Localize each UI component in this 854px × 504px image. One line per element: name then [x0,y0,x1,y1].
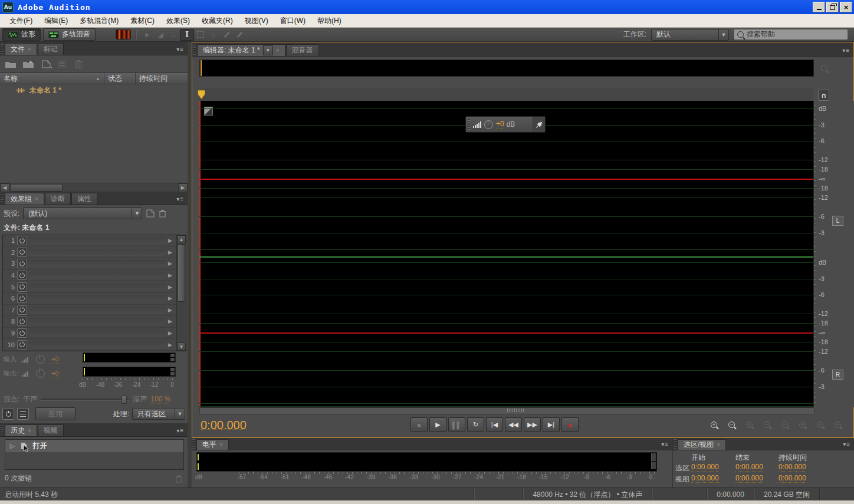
panel-grip[interactable] [674,439,676,449]
close-button[interactable]: × [840,2,852,12]
time-selection-tool-button[interactable]: I [180,29,194,41]
selection-value[interactable]: 0:00.000 [779,463,806,472]
effects-rack-slot[interactable]: 10▶ [3,339,176,351]
hud-drag-handle[interactable] [468,119,470,130]
scrollbar-thumb[interactable] [507,409,524,412]
column-header-status[interactable]: 状态 [104,73,136,84]
zoom-out-time-button[interactable]: − [760,419,774,430]
insert-into-multitrack-icon[interactable] [58,60,68,68]
selection-value[interactable]: 0:00.000 [779,475,806,483]
play-button[interactable]: ▶ [429,417,446,432]
menu-item-1[interactable]: 编辑(E) [38,14,74,28]
effects-rack-slot[interactable]: 1▶ [3,235,176,247]
scrollbar-thumb[interactable] [178,244,185,302]
effect-slot[interactable] [29,330,166,337]
panel-grip[interactable] [1,426,4,435]
open-file-icon[interactable] [5,60,17,68]
effect-menu-arrow[interactable]: ▶ [168,342,175,348]
selection-value[interactable]: 0:00.000 [735,463,763,472]
effect-menu-arrow[interactable]: ▶ [168,307,175,313]
scroll-left-icon[interactable]: ◀ [0,183,9,192]
effect-slot[interactable] [29,237,166,244]
effect-slot[interactable] [29,341,166,348]
timeline-ruler[interactable] [199,88,813,101]
effect-slot[interactable] [29,260,166,267]
effect-power-button[interactable] [17,317,27,326]
effect-slot[interactable] [29,307,166,314]
time-display[interactable]: 0:00.000 [201,421,247,430]
lasso-tool-button[interactable]: ○ [207,29,220,40]
panel-menu-icon[interactable]: ▾≡ [176,427,184,434]
effects-rack-slot[interactable]: 8▶ [3,316,176,328]
process-dropdown[interactable]: 只有选区 ▼ [132,408,185,420]
effect-menu-arrow[interactable]: ▶ [168,249,175,255]
zoom-in-amplitude-button[interactable]: + [707,419,721,430]
panel-menu-icon[interactable]: ▾≡ [176,46,184,52]
effect-power-button[interactable] [17,282,27,292]
wet-percent-value[interactable]: 100 % [150,396,170,404]
import-file-icon[interactable] [22,60,35,68]
rewind-button[interactable]: ◀◀ [505,417,522,432]
zoom-selection-left-button[interactable]: + [795,419,810,430]
file-list-item[interactable]: 未命名 1 * [0,84,188,96]
output-gain-knob[interactable] [36,369,45,378]
panel-grip[interactable] [1,44,4,54]
hud-gain-knob[interactable] [484,120,493,129]
panel-menu-icon[interactable]: ▾≡ [842,47,850,54]
rack-list-button[interactable] [17,408,29,420]
panel-menu-icon[interactable]: ▾≡ [176,196,184,202]
effect-power-button[interactable] [17,328,27,338]
tab-properties[interactable]: 属性 [71,193,97,205]
vertical-splitter[interactable] [188,42,192,487]
effect-menu-arrow[interactable]: ▶ [168,284,175,290]
new-preset-icon[interactable] [146,209,155,218]
skip-to-start-button[interactable]: |◀ [486,417,503,432]
effect-menu-arrow[interactable]: ▶ [168,238,175,243]
panel-menu-icon[interactable]: ▾≡ [843,441,850,447]
effects-rack-slot[interactable]: 5▶ [3,281,176,293]
new-file-icon[interactable] [41,60,52,68]
menu-item-3[interactable]: 素材(C) [124,14,160,28]
minimize-button[interactable] [813,2,825,12]
tab-editor[interactable]: 编辑器: 未命名 1 * ▼ × [197,44,285,56]
tab-levels[interactable]: 电平× [196,439,229,450]
scroll-right-icon[interactable]: ▶ [178,183,188,192]
trash-icon[interactable] [74,60,83,68]
rack-scrollbar[interactable]: ▲ ▼ [176,235,186,351]
multitrack-view-button[interactable]: 多轨混音 [43,28,96,41]
move-tool-button[interactable]: ► [141,29,154,40]
effect-menu-arrow[interactable]: ▶ [168,261,175,266]
healing-brush-tool-button[interactable] [233,29,246,40]
effects-rack-slot[interactable]: 2▶ [3,247,176,259]
editor-file-dropdown[interactable]: ▼ [263,45,273,55]
effect-power-button[interactable] [17,236,27,245]
zoom-selection-button[interactable]: + [830,419,845,430]
effect-menu-arrow[interactable]: ▶ [168,318,175,324]
mix-slider-handle[interactable] [121,396,127,404]
output-gain-value[interactable]: +0 [51,370,59,378]
menu-item-6[interactable]: 视图(V) [239,14,274,28]
effects-rack-slot[interactable]: 4▶ [3,270,176,282]
mix-slider[interactable] [41,398,129,401]
tab-files[interactable]: 文件× [5,43,37,55]
tab-markers[interactable]: 标记 [38,43,64,55]
skip-to-end-button[interactable]: ▶| [543,417,560,432]
fast-forward-button[interactable]: ▶▶ [524,417,541,432]
zoom-full-button[interactable]: − [777,419,792,430]
paintbrush-tool-button[interactable] [220,29,233,40]
preset-dropdown[interactable]: (默认) ▼ [23,207,142,219]
tab-effects-rack[interactable]: 效果组× [5,193,44,205]
panel-grip[interactable] [193,45,196,55]
effects-rack-slot[interactable]: 3▶ [3,258,176,270]
menu-item-7[interactable]: 窗口(W) [274,14,311,28]
pause-button[interactable]: ▌▌ [448,417,465,432]
tab-history[interactable]: 历史× [5,424,37,436]
waveform-display[interactable] [199,101,813,407]
hud-gain-value[interactable]: +0 [496,120,504,129]
panel-menu-icon[interactable]: ▾≡ [661,441,669,447]
razor-tool-button[interactable]: ◢ [154,29,167,40]
slip-tool-button[interactable]: ↔ [167,29,180,40]
tab-video[interactable]: 视频 [38,424,64,436]
amplitude-scale[interactable]: L R dB-3-6-12-18-∞-18-12-6-3dB-3-6-12-18… [813,101,854,407]
menu-item-2[interactable]: 多轨混音(M) [74,14,124,28]
